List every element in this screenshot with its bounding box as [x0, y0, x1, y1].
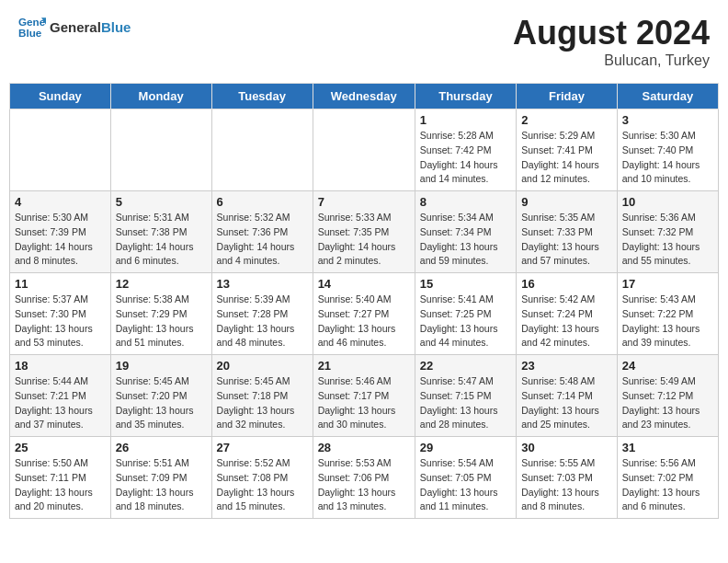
calendar-day-cell: 6Sunrise: 5:32 AM Sunset: 7:36 PM Daylig… [211, 191, 313, 273]
calendar-day-cell: 22Sunrise: 5:47 AM Sunset: 7:15 PM Dayli… [415, 355, 516, 437]
calendar-day-cell: 14Sunrise: 5:40 AM Sunset: 7:27 PM Dayli… [313, 273, 415, 355]
day-info: Sunrise: 5:28 AM Sunset: 7:42 PM Dayligh… [420, 129, 511, 187]
day-header-row: SundayMondayTuesdayWednesdayThursdayFrid… [10, 84, 719, 109]
day-info: Sunrise: 5:48 AM Sunset: 7:14 PM Dayligh… [521, 374, 612, 432]
day-number: 18 [15, 359, 106, 373]
calendar-day-cell: 12Sunrise: 5:38 AM Sunset: 7:29 PM Dayli… [110, 273, 211, 355]
day-number: 9 [521, 195, 612, 209]
day-info: Sunrise: 5:30 AM Sunset: 7:39 PM Dayligh… [15, 211, 106, 269]
day-number: 11 [15, 277, 106, 291]
day-info: Sunrise: 5:41 AM Sunset: 7:25 PM Dayligh… [420, 293, 511, 350]
day-number: 12 [116, 277, 207, 291]
day-of-week-header: Saturday [617, 84, 718, 109]
day-number: 27 [217, 441, 308, 454]
day-info: Sunrise: 5:31 AM Sunset: 7:38 PM Dayligh… [116, 211, 207, 269]
day-info: Sunrise: 5:36 AM Sunset: 7:32 PM Dayligh… [622, 211, 713, 269]
day-number: 14 [318, 277, 410, 291]
day-number: 23 [521, 359, 612, 373]
day-info: Sunrise: 5:43 AM Sunset: 7:22 PM Dayligh… [622, 293, 713, 350]
calendar-day-cell: 19Sunrise: 5:45 AM Sunset: 7:20 PM Dayli… [110, 355, 211, 437]
calendar-week-row: 18Sunrise: 5:44 AM Sunset: 7:21 PM Dayli… [10, 355, 719, 437]
calendar-table: SundayMondayTuesdayWednesdayThursdayFrid… [9, 83, 719, 519]
day-info: Sunrise: 5:37 AM Sunset: 7:30 PM Dayligh… [15, 293, 106, 350]
day-info: Sunrise: 5:47 AM Sunset: 7:15 PM Dayligh… [420, 374, 511, 432]
day-info: Sunrise: 5:29 AM Sunset: 7:41 PM Dayligh… [521, 129, 612, 187]
calendar-day-cell: 27Sunrise: 5:52 AM Sunset: 7:08 PM Dayli… [211, 437, 313, 519]
day-number: 19 [116, 359, 207, 373]
calendar-day-cell: 25Sunrise: 5:50 AM Sunset: 7:11 PM Dayli… [10, 437, 111, 519]
day-number: 3 [622, 113, 713, 127]
day-info: Sunrise: 5:34 AM Sunset: 7:34 PM Dayligh… [420, 211, 511, 269]
calendar-day-cell: 11Sunrise: 5:37 AM Sunset: 7:30 PM Dayli… [10, 273, 111, 355]
day-of-week-header: Tuesday [211, 84, 313, 109]
page-header: General Blue GeneralBlue August 2024 Bul… [9, 9, 719, 74]
calendar-day-cell: 8Sunrise: 5:34 AM Sunset: 7:34 PM Daylig… [415, 191, 516, 273]
day-info: Sunrise: 5:33 AM Sunset: 7:35 PM Dayligh… [318, 211, 410, 269]
calendar-day-cell: 24Sunrise: 5:49 AM Sunset: 7:12 PM Dayli… [617, 355, 718, 437]
day-of-week-header: Friday [517, 84, 618, 109]
calendar-day-cell: 28Sunrise: 5:53 AM Sunset: 7:06 PM Dayli… [313, 437, 415, 519]
calendar-day-cell: 7Sunrise: 5:33 AM Sunset: 7:35 PM Daylig… [313, 191, 415, 273]
calendar-day-cell: 13Sunrise: 5:39 AM Sunset: 7:28 PM Dayli… [211, 273, 313, 355]
day-number: 20 [217, 359, 308, 373]
day-info: Sunrise: 5:45 AM Sunset: 7:18 PM Dayligh… [217, 374, 308, 432]
calendar-day-cell: 9Sunrise: 5:35 AM Sunset: 7:33 PM Daylig… [517, 191, 618, 273]
day-number: 6 [217, 195, 308, 209]
calendar-day-cell: 16Sunrise: 5:42 AM Sunset: 7:24 PM Dayli… [517, 273, 618, 355]
day-number: 13 [217, 277, 308, 291]
day-info: Sunrise: 5:40 AM Sunset: 7:27 PM Dayligh… [318, 293, 410, 350]
calendar-day-cell: 18Sunrise: 5:44 AM Sunset: 7:21 PM Dayli… [10, 355, 111, 437]
day-info: Sunrise: 5:54 AM Sunset: 7:05 PM Dayligh… [420, 456, 511, 514]
day-of-week-header: Thursday [415, 84, 516, 109]
calendar-day-cell: 2Sunrise: 5:29 AM Sunset: 7:41 PM Daylig… [517, 109, 618, 191]
day-of-week-header: Wednesday [313, 84, 415, 109]
calendar-week-row: 11Sunrise: 5:37 AM Sunset: 7:30 PM Dayli… [10, 273, 719, 355]
calendar-day-cell: 21Sunrise: 5:46 AM Sunset: 7:17 PM Dayli… [313, 355, 415, 437]
day-number: 26 [116, 441, 207, 454]
day-number: 21 [318, 359, 410, 373]
calendar-week-row: 1Sunrise: 5:28 AM Sunset: 7:42 PM Daylig… [10, 109, 719, 191]
day-number: 2 [521, 113, 612, 127]
day-number: 16 [521, 277, 612, 291]
day-number: 31 [622, 441, 713, 454]
day-info: Sunrise: 5:56 AM Sunset: 7:02 PM Dayligh… [622, 456, 713, 514]
logo-text: GeneralBlue [50, 19, 131, 36]
calendar-day-cell: 4Sunrise: 5:30 AM Sunset: 7:39 PM Daylig… [10, 191, 111, 273]
day-info: Sunrise: 5:53 AM Sunset: 7:06 PM Dayligh… [318, 456, 410, 514]
day-info: Sunrise: 5:45 AM Sunset: 7:20 PM Dayligh… [116, 374, 207, 432]
day-info: Sunrise: 5:51 AM Sunset: 7:09 PM Dayligh… [116, 456, 207, 514]
calendar-day-cell: 20Sunrise: 5:45 AM Sunset: 7:18 PM Dayli… [211, 355, 313, 437]
calendar-header: SundayMondayTuesdayWednesdayThursdayFrid… [10, 84, 719, 109]
day-info: Sunrise: 5:42 AM Sunset: 7:24 PM Dayligh… [521, 293, 612, 350]
day-info: Sunrise: 5:50 AM Sunset: 7:11 PM Dayligh… [15, 456, 106, 514]
calendar-week-row: 25Sunrise: 5:50 AM Sunset: 7:11 PM Dayli… [10, 437, 719, 519]
calendar-day-cell: 5Sunrise: 5:31 AM Sunset: 7:38 PM Daylig… [110, 191, 211, 273]
day-number: 7 [318, 195, 410, 209]
location-subtitle: Bulucan, Turkey [513, 52, 710, 69]
logo: General Blue GeneralBlue [18, 14, 131, 41]
day-number: 8 [420, 195, 511, 209]
day-info: Sunrise: 5:44 AM Sunset: 7:21 PM Dayligh… [15, 374, 106, 432]
day-number: 17 [622, 277, 713, 291]
logo-icon: General Blue [18, 14, 46, 41]
day-info: Sunrise: 5:55 AM Sunset: 7:03 PM Dayligh… [521, 456, 612, 514]
day-info: Sunrise: 5:38 AM Sunset: 7:29 PM Dayligh… [116, 293, 207, 350]
day-info: Sunrise: 5:32 AM Sunset: 7:36 PM Dayligh… [217, 211, 308, 269]
day-number: 22 [420, 359, 511, 373]
calendar-day-cell [211, 109, 313, 191]
calendar-body: 1Sunrise: 5:28 AM Sunset: 7:42 PM Daylig… [10, 109, 719, 519]
day-info: Sunrise: 5:52 AM Sunset: 7:08 PM Dayligh… [217, 456, 308, 514]
day-number: 24 [622, 359, 713, 373]
day-info: Sunrise: 5:35 AM Sunset: 7:33 PM Dayligh… [521, 211, 612, 269]
day-number: 1 [420, 113, 511, 127]
calendar-day-cell: 3Sunrise: 5:30 AM Sunset: 7:40 PM Daylig… [617, 109, 718, 191]
day-number: 30 [521, 441, 612, 454]
calendar-day-cell: 31Sunrise: 5:56 AM Sunset: 7:02 PM Dayli… [617, 437, 718, 519]
day-number: 5 [116, 195, 207, 209]
day-info: Sunrise: 5:30 AM Sunset: 7:40 PM Dayligh… [622, 129, 713, 187]
day-of-week-header: Monday [110, 84, 211, 109]
day-number: 25 [15, 441, 106, 454]
calendar-day-cell: 30Sunrise: 5:55 AM Sunset: 7:03 PM Dayli… [517, 437, 618, 519]
day-number: 29 [420, 441, 511, 454]
day-number: 4 [15, 195, 106, 209]
